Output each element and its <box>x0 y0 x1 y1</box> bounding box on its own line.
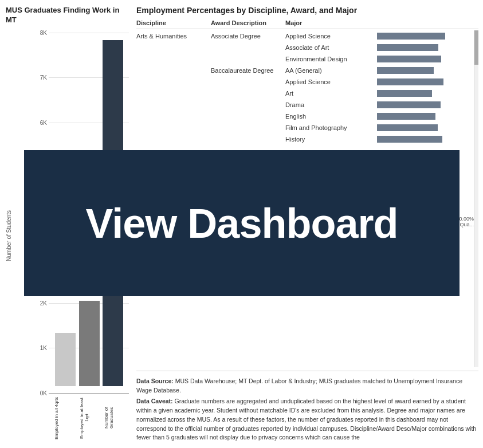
x-label-graduates: Number of Graduates <box>104 396 124 442</box>
inline-bar <box>377 124 438 131</box>
table-row: Applied Science <box>136 76 474 88</box>
bar-rect <box>55 333 76 386</box>
award-assoc: Associate Degree <box>211 33 285 40</box>
data-source-note: Data Source: MUS Data Warehouse; MT Dept… <box>136 377 478 395</box>
major-film-photography: Film and Photography <box>285 124 377 131</box>
inline-bar <box>377 78 443 85</box>
table-row: Environmental Design <box>136 53 474 65</box>
inline-bar <box>377 44 438 51</box>
view-dashboard-text[interactable]: View Dashboard <box>86 200 398 247</box>
y-tick-2k: 2K <box>31 300 47 306</box>
grid-line-base <box>49 393 129 394</box>
inline-bar <box>377 136 442 143</box>
bar-cell <box>377 78 474 85</box>
major-applied-science-2: Applied Science <box>285 78 377 85</box>
bar-cell <box>377 101 474 108</box>
scrollbar-track[interactable] <box>474 30 478 367</box>
x-label-text: Employed in all 4qrts <box>54 396 59 439</box>
major-english: English <box>285 113 377 120</box>
inline-bar <box>377 56 441 62</box>
y-axis-label: Number of Students <box>6 210 12 261</box>
bar-cell <box>377 56 474 62</box>
data-caveat-text: Graduate numbers are aggregated and undu… <box>136 398 476 441</box>
inline-bar <box>377 90 432 97</box>
bar-cell <box>377 113 474 120</box>
y-tick-1k: 1K <box>31 345 47 351</box>
bar-cell <box>377 124 474 131</box>
major-art: Art <box>285 90 377 97</box>
major-drama: Drama <box>285 101 377 108</box>
left-chart-title: MUS Graduates Finding Work in MT <box>6 6 129 25</box>
discipline-arts: Arts & Humanities <box>136 33 211 40</box>
award-bacc: Baccalaureate Degree <box>211 67 285 74</box>
right-chart-title: Employment Percentages by Discipline, Aw… <box>136 6 478 15</box>
main-container: MUS Graduates Finding Work in MT Number … <box>0 0 483 448</box>
table-header: Discipline Award Description Major <box>136 19 478 29</box>
bar-cell <box>377 67 474 74</box>
x-label-employed-all: Employed in all 4qrts <box>54 396 74 442</box>
col-award: Award Description <box>211 19 285 26</box>
table-row: English <box>136 111 474 122</box>
x-label-text: Employed in at least 1qrt <box>79 396 89 439</box>
major-applied-science-1: Applied Science <box>285 33 377 40</box>
table-row: Baccalaureate Degree AA (General) <box>136 65 474 76</box>
view-dashboard-overlay[interactable]: View Dashboard <box>24 150 460 296</box>
col-bar <box>377 19 478 26</box>
grid-line-0k: 0K <box>31 390 129 396</box>
y-tick-7k: 7K <box>31 74 47 81</box>
inline-bar <box>377 101 441 108</box>
major-assoc-art: Associate of Art <box>285 44 377 51</box>
table-row: Drama <box>136 99 474 111</box>
bar-cell <box>377 136 474 143</box>
inline-bar <box>377 113 435 120</box>
table-row: Art <box>136 88 474 99</box>
data-source-text: MUS Data Warehouse; MT Dept. of Labor & … <box>136 378 462 394</box>
y-tick-6k: 6K <box>31 120 47 126</box>
table-row: Associate of Art <box>136 42 474 53</box>
y-tick-8k: 8K <box>31 30 47 36</box>
footer: Data Source: MUS Data Warehouse; MT Dept… <box>136 371 478 442</box>
major-aa-general: AA (General) <box>285 67 377 74</box>
inline-bar <box>377 67 434 74</box>
col-major: Major <box>285 19 377 26</box>
bar-cell <box>377 44 474 51</box>
bar-cell <box>377 33 474 40</box>
y-tick-0k: 0K <box>31 390 47 396</box>
data-source-label: Data Source: <box>136 378 174 384</box>
major-enviro-design: Environmental Design <box>285 56 377 62</box>
scrollbar-thumb[interactable] <box>474 30 478 65</box>
table-row: Arts & Humanities Associate Degree Appli… <box>136 30 474 42</box>
table-row: History <box>136 133 474 145</box>
bar-rect <box>79 301 100 386</box>
data-caveat-label: Data Caveat: <box>136 398 173 404</box>
major-history-1: History <box>285 136 377 143</box>
table-row: Film and Photography <box>136 122 474 133</box>
inline-bar <box>377 33 445 40</box>
x-label-text: Number of Graduates <box>104 396 114 439</box>
col-discipline: Discipline <box>136 19 211 26</box>
data-caveat-note: Data Caveat: Graduate numbers are aggreg… <box>136 397 478 442</box>
x-label-employed-1qrt: Employed in at least 1qrt <box>79 396 100 442</box>
bar-cell <box>377 90 474 97</box>
